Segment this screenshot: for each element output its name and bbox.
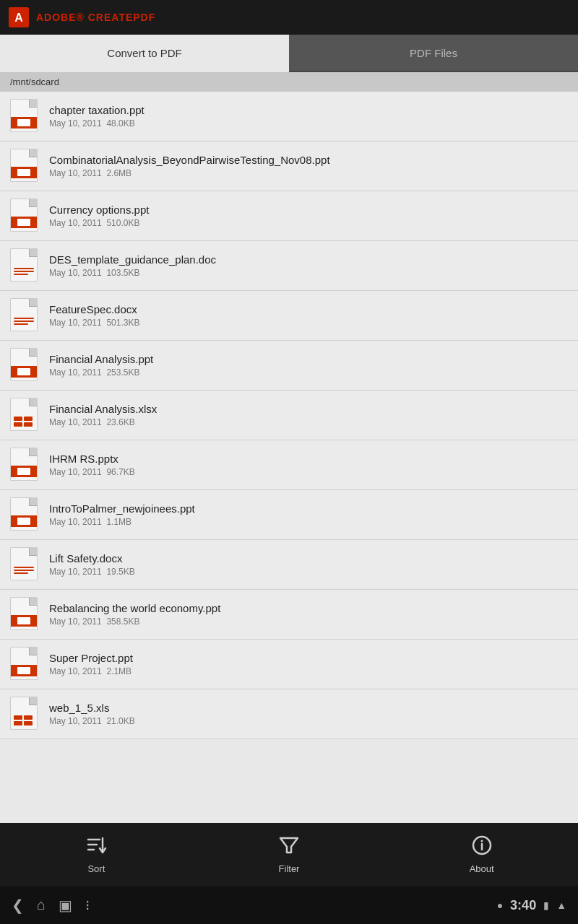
list-item[interactable]: chapter taxation.ppt May 10, 2011 48.0KB — [0, 92, 578, 141]
file-info: Rebalancing the world economy.ppt May 10… — [49, 602, 568, 627]
file-meta: May 10, 2011 501.3KB — [49, 318, 568, 328]
file-name: FeatureSpec.docx — [49, 303, 568, 315]
file-icon — [10, 497, 39, 532]
about-label: About — [470, 863, 494, 874]
ppt-icon — [10, 448, 38, 481]
file-info: Super Project.ppt May 10, 2011 2.1MB — [49, 652, 568, 676]
svg-point-9 — [480, 840, 483, 842]
list-item[interactable]: FeatureSpec.docx May 10, 2011 501.3KB — [0, 291, 578, 341]
header-bar: A ADOBE® CREATEPDF — [0, 0, 578, 35]
ppt-icon — [10, 99, 38, 132]
file-icon — [10, 398, 39, 432]
doc-icon — [10, 547, 38, 580]
file-meta: May 10, 2011 19.5KB — [49, 567, 568, 577]
ppt-icon — [10, 348, 38, 381]
file-icon — [10, 597, 39, 632]
file-info: DES_template_guidance_plan.doc May 10, 2… — [49, 253, 568, 278]
list-item[interactable]: CombinatorialAnalysis_BeyondPairwiseTest… — [0, 141, 578, 191]
tab-bar: Convert to PDF PDF Files — [0, 35, 578, 72]
file-meta: May 10, 2011 48.0KB — [49, 118, 568, 128]
ppt-icon — [10, 597, 38, 630]
bottom-toolbar: Sort Filter About — [0, 823, 578, 886]
list-item[interactable]: IntroToPalmer_newjoinees.ppt May 10, 201… — [0, 490, 578, 540]
svg-marker-6 — [280, 838, 298, 853]
sort-icon — [85, 835, 107, 860]
filter-button[interactable]: Filter — [193, 823, 386, 886]
doc-icon — [10, 248, 38, 282]
sort-button[interactable]: Sort — [0, 823, 193, 886]
sort-label: Sort — [87, 863, 105, 874]
file-meta: May 10, 2011 21.0KB — [49, 716, 568, 726]
app-logo: A — [9, 7, 29, 27]
file-name: Rebalancing the world economy.ppt — [49, 602, 568, 614]
app-title: ADOBE® CREATEPDF — [36, 12, 155, 23]
file-meta: May 10, 2011 510.0KB — [49, 218, 568, 228]
file-name: Super Project.ppt — [49, 652, 568, 664]
list-item[interactable]: web_1_5.xls May 10, 2011 21.0KB — [0, 689, 578, 739]
doc-icon — [10, 298, 38, 331]
file-meta: May 10, 2011 96.7KB — [49, 467, 568, 477]
system-bar: ❮ ⌂ ▣ ⁝ ● 3:40 ▮ ▲ — [0, 886, 578, 924]
file-icon — [10, 99, 39, 134]
xlsx-icon — [10, 398, 38, 431]
file-meta: May 10, 2011 2.6MB — [49, 168, 568, 178]
file-meta: May 10, 2011 1.1MB — [49, 517, 568, 527]
list-item[interactable]: Super Project.ppt May 10, 2011 2.1MB — [0, 640, 578, 689]
battery-icon: ▮ — [543, 899, 549, 911]
file-meta: May 10, 2011 2.1MB — [49, 666, 568, 676]
back-icon[interactable]: ❮ — [12, 897, 24, 914]
grid-icon[interactable]: ⁝ — [85, 897, 90, 914]
recents-icon[interactable]: ▣ — [59, 897, 72, 914]
file-info: Lift Safety.docx May 10, 2011 19.5KB — [49, 552, 568, 577]
ppt-icon — [10, 647, 38, 680]
file-meta: May 10, 2011 358.5KB — [49, 616, 568, 627]
file-info: CombinatorialAnalysis_BeyondPairwiseTest… — [49, 154, 568, 178]
ppt-icon — [10, 149, 38, 182]
file-info: IntroToPalmer_newjoinees.ppt May 10, 201… — [49, 502, 568, 527]
file-icon — [10, 647, 39, 681]
system-status: ● 3:40 ▮ ▲ — [497, 898, 566, 913]
file-icon — [10, 448, 39, 482]
wifi-icon: ▲ — [556, 899, 566, 911]
file-meta: May 10, 2011 23.6KB — [49, 417, 568, 427]
ppt-icon — [10, 199, 38, 232]
filter-icon — [278, 835, 300, 860]
file-icon — [10, 348, 39, 383]
list-item[interactable]: Currency options.ppt May 10, 2011 510.0K… — [0, 191, 578, 241]
list-item[interactable]: IHRM RS.pptx May 10, 2011 96.7KB — [0, 440, 578, 490]
home-icon[interactable]: ⌂ — [37, 897, 46, 914]
file-name: web_1_5.xls — [49, 702, 568, 714]
file-icon — [10, 547, 39, 582]
system-nav: ❮ ⌂ ▣ ⁝ — [12, 897, 90, 914]
list-item[interactable]: Rebalancing the world economy.ppt May 10… — [0, 590, 578, 640]
file-info: Financial Analysis.xlsx May 10, 2011 23.… — [49, 403, 568, 427]
file-name: Financial Analysis.ppt — [49, 353, 568, 365]
signal-icon: ● — [497, 899, 503, 911]
file-info: Financial Analysis.ppt May 10, 2011 253.… — [49, 353, 568, 378]
file-icon — [10, 149, 39, 183]
ppt-icon — [10, 497, 38, 531]
about-button[interactable]: About — [385, 823, 578, 886]
file-name: Lift Safety.docx — [49, 552, 568, 565]
file-name: Financial Analysis.xlsx — [49, 403, 568, 415]
tab-pdffiles[interactable]: PDF Files — [289, 35, 578, 72]
file-name: chapter taxation.ppt — [49, 104, 568, 116]
xlsx-icon — [10, 697, 38, 730]
file-info: Currency options.ppt May 10, 2011 510.0K… — [49, 204, 568, 228]
file-icon — [10, 697, 39, 731]
list-item[interactable]: Lift Safety.docx May 10, 2011 19.5KB — [0, 540, 578, 590]
system-time: 3:40 — [510, 898, 536, 913]
tab-convert[interactable]: Convert to PDF — [0, 35, 289, 72]
file-info: web_1_5.xls May 10, 2011 21.0KB — [49, 702, 568, 726]
file-name: CombinatorialAnalysis_BeyondPairwiseTest… — [49, 154, 568, 166]
list-item[interactable]: Financial Analysis.xlsx May 10, 2011 23.… — [0, 391, 578, 440]
file-name: Currency options.ppt — [49, 204, 568, 216]
list-item[interactable]: Financial Analysis.ppt May 10, 2011 253.… — [0, 341, 578, 391]
file-meta: May 10, 2011 103.5KB — [49, 268, 568, 278]
svg-text:A: A — [14, 12, 23, 24]
file-name: DES_template_guidance_plan.doc — [49, 253, 568, 266]
file-info: IHRM RS.pptx May 10, 2011 96.7KB — [49, 453, 568, 477]
filter-label: Filter — [279, 863, 300, 874]
file-icon — [10, 248, 39, 283]
list-item[interactable]: DES_template_guidance_plan.doc May 10, 2… — [0, 241, 578, 291]
